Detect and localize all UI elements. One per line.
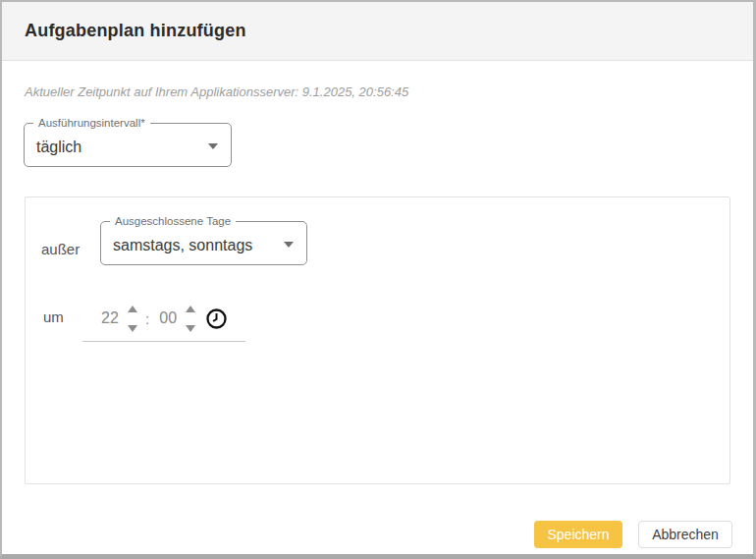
- minutes-spinner: [186, 306, 195, 332]
- cancel-button[interactable]: Abbrechen: [638, 521, 732, 548]
- clock-icon[interactable]: [205, 307, 228, 330]
- spinner-down-icon[interactable]: [186, 325, 195, 332]
- time-picker: 22 : 00: [82, 296, 245, 342]
- minutes-field[interactable]: 00: [157, 309, 179, 327]
- except-label: außer: [41, 241, 80, 257]
- excluded-days-select[interactable]: Ausgeschlossene Tage samstags, sonntags: [100, 221, 307, 265]
- excluded-days-value: samstags, sonntags: [101, 222, 306, 266]
- hours-spinner: [128, 306, 137, 332]
- dialog-titlebar: Aufgabenplan hinzufügen: [2, 2, 753, 61]
- hours-field[interactable]: 22: [99, 309, 121, 327]
- execution-interval-value: täglich: [25, 124, 231, 168]
- interval-details-panel: außer Ausgeschlossene Tage samstags, son…: [25, 196, 730, 484]
- execution-interval-select[interactable]: Ausführungsintervall* täglich: [24, 123, 232, 167]
- excluded-days-label: Ausgeschlossene Tage: [110, 214, 236, 228]
- dialog-title: Aufgabenplan hinzufügen: [25, 21, 246, 41]
- chevron-down-icon: [284, 242, 294, 248]
- execution-interval-label: Ausführungsintervall*: [33, 116, 150, 130]
- server-time-note: Aktueller Zeitpunkt auf Ihrem Applikatio…: [25, 84, 408, 99]
- spinner-down-icon[interactable]: [128, 325, 137, 332]
- time-separator: :: [145, 310, 149, 327]
- spinner-up-icon[interactable]: [128, 306, 137, 312]
- save-button[interactable]: Speichern: [534, 521, 622, 548]
- at-time-label: um: [43, 308, 64, 325]
- spinner-up-icon[interactable]: [186, 306, 195, 312]
- add-task-schedule-dialog: Aufgabenplan hinzufügen Aktueller Zeitpu…: [0, 0, 756, 559]
- chevron-down-icon: [208, 143, 218, 149]
